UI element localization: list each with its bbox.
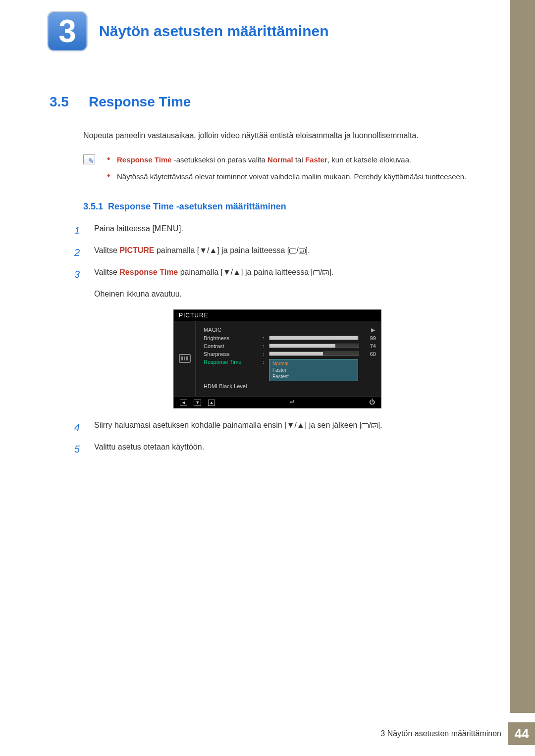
note1-key1: Response Time (117, 155, 172, 164)
step-3-text: Valitse Response Time painamalla [▼/▲] j… (94, 265, 333, 283)
chapter-number: 3 (58, 15, 76, 47)
osd-body: MAGIC ▶ Brightness : 99 Contrast : (174, 321, 381, 396)
osd-row-response: Response Time : Normal Faster Fastest (204, 359, 376, 381)
step-4-text: Siirry haluamasi asetuksen kohdalle pain… (94, 418, 382, 436)
osd-opt-faster: Faster (272, 367, 355, 373)
enter-icon: / (313, 265, 329, 280)
s2-end: ]. (306, 246, 310, 254)
section-title: Response Time (89, 94, 191, 110)
s4-pre: Siirry haluamasi asetuksen kohdalle pain… (94, 421, 287, 429)
side-accent (510, 0, 535, 713)
osd-row-contrast: Contrast : 74 (204, 343, 376, 349)
osd-row-sharpness: Sharpness : 60 (204, 351, 376, 357)
step-3-num: 3 (74, 265, 84, 283)
note1-opt1: Normal (268, 155, 293, 164)
footer-text: 3 Näytön asetusten määrittäminen (380, 729, 501, 738)
arrow-right-icon: ▶ (370, 327, 376, 333)
s4-mid: ] ja sen jälkeen [ (305, 421, 362, 429)
s3-pre: Valitse (94, 268, 119, 276)
steps-list: 1 Paina laitteessa [MENU]. 2 Valitse PIC… (74, 222, 476, 458)
osd-response-options: Normal Faster Fastest (269, 359, 358, 381)
step-2: 2 Valitse PICTURE painamalla [▼/▲] ja pa… (74, 244, 476, 261)
osd-row-magic: MAGIC ▶ (204, 327, 376, 333)
note1-or: tai (293, 155, 305, 164)
osd-row-brightness: Brightness : 99 (204, 335, 376, 341)
osd-main: MAGIC ▶ Brightness : 99 Contrast : (196, 321, 381, 396)
sharpness-value: 60 (363, 351, 376, 357)
osd-label-hdmi: HDMI Black Level (204, 383, 258, 389)
enter-icon: / (362, 418, 377, 433)
up-icon: ▲ (208, 400, 215, 406)
note-bullet-2: Näytössä käytettävissä olevat toiminnot … (107, 170, 466, 183)
step-4-num: 4 (74, 418, 84, 436)
contrast-bar (269, 344, 359, 348)
osd-category-icon (174, 321, 196, 396)
osd-screenshot: PICTURE MAGIC ▶ Brightness : (173, 309, 381, 408)
note1-post: , kun et katsele elokuvaa. (327, 155, 411, 164)
step-1-num: 1 (74, 222, 84, 240)
chapter-title: Näytön asetusten määrittäminen (99, 23, 328, 40)
note-bullet-1: Response Time -asetukseksi on paras vali… (107, 153, 466, 166)
osd-label-sharpness: Sharpness (204, 351, 258, 357)
step-2-text: Valitse PICTURE painamalla [▼/▲] ja pain… (94, 244, 310, 261)
brightness-bar (269, 336, 359, 340)
osd-label-magic: MAGIC (204, 327, 258, 333)
brightness-value: 99 (363, 335, 376, 341)
step-5-text: Valittu asetus otetaan käyttöön. (94, 440, 204, 458)
s2-mid: painamalla [ (155, 246, 200, 254)
section-intro: Nopeuta paneelin vastausaikaa, jolloin v… (83, 130, 476, 142)
osd-opt-fastest: Fastest (272, 373, 355, 380)
step-5-num: 5 (74, 440, 84, 458)
updown-icon: ▼/▲ (199, 244, 217, 258)
note-icon (83, 154, 95, 164)
step-5: 5 Valittu asetus otetaan käyttöön. (74, 440, 476, 458)
step-3: 3 Valitse Response Time painamalla [▼/▲]… (74, 265, 476, 283)
updown-icon: ▼/▲ (287, 418, 305, 433)
back-icon: ◄ (180, 400, 187, 406)
osd-nav-bar: ◄ ▼ ▲ ↵ ⏻ (174, 396, 381, 408)
page-footer: 3 Näytön asetusten määrittäminen 44 (380, 722, 535, 745)
section-number: 3.5 (50, 94, 69, 110)
osd-label-brightness: Brightness (204, 335, 258, 341)
subsection-title: Response Time -asetuksen määrittäminen (108, 202, 286, 211)
s3-end: ]. (329, 268, 333, 276)
osd-opt-normal: Normal (272, 360, 355, 367)
updown-icon: ▼/▲ (223, 265, 241, 280)
osd-nav-enter: ↵ (290, 399, 295, 406)
subsection-number: 3.5.1 (83, 202, 103, 211)
s3-key: Response Time (119, 268, 178, 276)
step-4: 4 Siirry haluamasi asetuksen kohdalle pa… (74, 418, 476, 436)
enter-icon: / (289, 244, 305, 258)
s2-post: ] ja paina laitteessa [ (217, 246, 289, 254)
contrast-value: 74 (363, 343, 376, 349)
step-1: 1 Paina laitteessa [MENU]. (74, 222, 476, 240)
osd-nav-left: ◄ ▼ ▲ (180, 399, 215, 406)
osd-title: PICTURE (174, 310, 381, 321)
s3-post: ] ja paina laitteessa [ (241, 268, 313, 276)
page-number: 44 (508, 722, 535, 745)
osd-row-hdmi: HDMI Black Level (204, 383, 376, 389)
s2-key: PICTURE (119, 246, 154, 254)
note1-opt2: Faster (305, 155, 327, 164)
osd-label-response: Response Time (204, 359, 258, 365)
step-3-extra: Oheinen ikkuna avautuu. (94, 287, 476, 302)
note-bullets: Response Time -asetukseksi on paras vali… (107, 153, 466, 187)
note1-mid: -asetukseksi on paras valita (172, 155, 268, 164)
osd-label-contrast: Contrast (204, 343, 258, 349)
s3-mid: painamalla [ (178, 268, 223, 276)
section-heading: 3.5 Response Time (50, 94, 476, 110)
note-block: Response Time -asetukseksi on paras vali… (83, 153, 476, 187)
s1-pre: Paina laitteessa [ (94, 224, 155, 233)
s1-post: ]. (179, 224, 183, 233)
subsection-heading: 3.5.1 Response Time -asetuksen määrittäm… (83, 202, 476, 212)
s4-end: ]. (378, 421, 382, 429)
chapter-badge: 3 (47, 11, 88, 51)
menu-button-label: MENU (155, 224, 179, 233)
page-content: 3.5 Response Time Nopeuta paneelin vasta… (50, 94, 476, 462)
s2-pre: Valitse (94, 246, 119, 254)
down-icon: ▼ (194, 400, 201, 406)
step-2-num: 2 (74, 244, 84, 261)
power-icon: ⏻ (369, 399, 375, 406)
step-1-text: Paina laitteessa [MENU]. (94, 222, 183, 240)
sharpness-bar (269, 352, 359, 356)
